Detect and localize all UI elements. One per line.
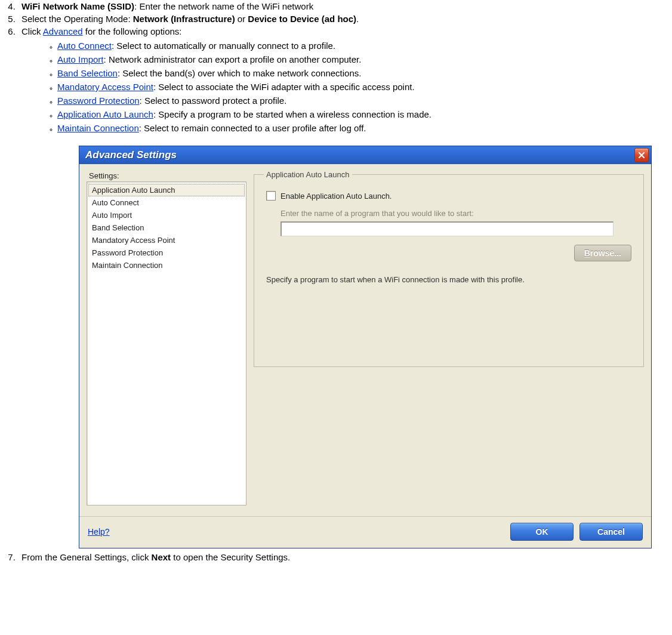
step-5: Select the Operating Mode: Network (Infr…: [18, 13, 672, 25]
band-selection-link[interactable]: Band Selection: [57, 68, 118, 78]
settings-label: Settings:: [89, 171, 246, 180]
auto-import-link[interactable]: Auto Import: [57, 54, 104, 64]
step-4-bold: WiFi Network Name (SSID): [21, 1, 134, 11]
option-band-selection: Band Selection: Select the band(s) over …: [57, 66, 672, 80]
dialog-titlebar: Advanced Settings: [79, 146, 651, 164]
step-7-post: to open the Security Settings.: [171, 552, 290, 562]
close-button[interactable]: [634, 148, 649, 162]
program-path-input[interactable]: [280, 221, 614, 236]
settings-item-auto-import[interactable]: Auto Import: [87, 209, 246, 221]
cancel-button[interactable]: Cancel: [579, 523, 643, 541]
password-protection-text: : Select to password protect a profile.: [140, 95, 287, 106]
settings-item-maintain-connection[interactable]: Maintain Connection: [87, 259, 246, 272]
mandatory-ap-text: : Select to associate the WiFi adapter w…: [153, 82, 415, 92]
advanced-link[interactable]: Advanced: [43, 26, 83, 36]
settings-item-password-protection[interactable]: Password Protection: [87, 246, 246, 259]
option-auto-connect: Auto Connect: Select to automatically or…: [57, 39, 672, 53]
step-5-post: .: [356, 14, 359, 24]
settings-item-app-auto-launch[interactable]: Application Auto Launch: [88, 184, 245, 196]
app-auto-launch-group: Application Auto Launch Enable Applicati…: [254, 170, 644, 367]
step-6: Click Advanced for the following options…: [18, 25, 672, 551]
app-auto-launch-text: : Specify a program to be started when a…: [153, 109, 431, 119]
step-6-post: for the following options:: [83, 26, 182, 36]
app-auto-launch-link[interactable]: Application Auto Launch: [57, 109, 153, 119]
help-link[interactable]: Help?: [88, 527, 504, 537]
option-app-auto-launch: Application Auto Launch: Specify a progr…: [57, 107, 672, 121]
step-5-pre: Select the Operating Mode:: [21, 14, 133, 24]
advanced-settings-dialog: Advanced Settings Settings: Application …: [79, 146, 652, 548]
auto-connect-link[interactable]: Auto Connect: [57, 41, 112, 51]
browse-button[interactable]: Browse...: [574, 245, 631, 261]
ok-button[interactable]: OK: [510, 523, 574, 541]
browse-button-label: Browse...: [584, 248, 621, 258]
step-4-text: : Enter the network name of the WiFi net…: [134, 1, 313, 11]
dialog-title: Advanced Settings: [85, 149, 634, 161]
enable-auto-launch-checkbox[interactable]: [266, 191, 276, 201]
step-7-bold: Next: [152, 552, 171, 562]
group-legend: Application Auto Launch: [264, 170, 352, 179]
settings-listbox[interactable]: Application Auto Launch Auto Connect Aut…: [87, 181, 246, 505]
maintain-connection-text: : Select to remain connected to a user p…: [139, 123, 366, 133]
step-5-b2: Device to Device (ad hoc): [248, 14, 356, 24]
maintain-connection-link[interactable]: Maintain Connection: [57, 123, 139, 133]
option-password-protection: Password Protection: Select to password …: [57, 94, 672, 107]
step-6-pre: Click: [21, 26, 43, 36]
step-7: From the General Settings, click Next to…: [18, 551, 672, 563]
step-5-b1: Network (Infrastructure): [133, 14, 235, 24]
group-description: Specify a program to start when a WiFi c…: [266, 275, 631, 285]
mandatory-ap-link[interactable]: Mandatory Access Point: [57, 82, 153, 92]
program-hint: Enter the name of a program that you wou…: [280, 209, 634, 218]
step-5-mid: or: [235, 14, 248, 24]
option-maintain-connection: Maintain Connection: Select to remain co…: [57, 121, 672, 135]
step-4: WiFi Network Name (SSID): Enter the netw…: [18, 0, 672, 13]
auto-import-text: : Network administrator can export a pro…: [104, 54, 362, 64]
option-mandatory-ap: Mandatory Access Point: Select to associ…: [57, 80, 672, 94]
option-auto-import: Auto Import: Network administrator can e…: [57, 53, 672, 66]
step-7-pre: From the General Settings, click: [21, 552, 152, 562]
settings-item-mandatory-ap[interactable]: Mandatory Access Point: [87, 234, 246, 246]
enable-auto-launch-label: Enable Application Auto Launch.: [280, 192, 392, 201]
password-protection-link[interactable]: Password Protection: [57, 95, 140, 106]
close-icon: [638, 152, 645, 159]
settings-item-auto-connect[interactable]: Auto Connect: [87, 196, 246, 209]
settings-item-band-selection[interactable]: Band Selection: [87, 221, 246, 234]
band-selection-text: : Select the band(s) over which to make …: [118, 68, 362, 78]
auto-connect-text: : Select to automatically or manually co…: [112, 41, 335, 51]
